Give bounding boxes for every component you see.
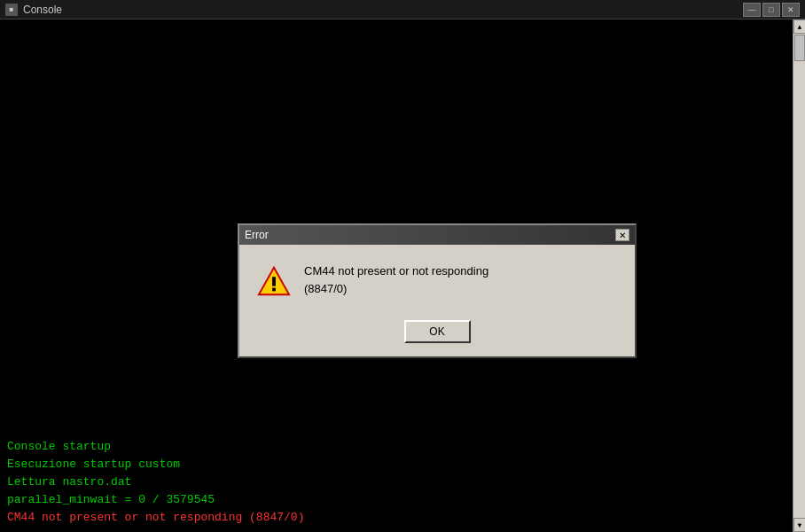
close-button[interactable]: ✕ — [782, 3, 800, 17]
dialog-message-line2: (8847/0) — [304, 282, 347, 295]
ok-button[interactable]: OK — [404, 320, 471, 343]
svg-rect-2 — [272, 288, 276, 292]
dialog-body: CM44 not present or not responding (8847… — [239, 245, 635, 356]
window-title: Console — [23, 4, 743, 16]
minimize-button[interactable]: — — [743, 3, 761, 17]
dialog-message: CM44 not present or not responding (8847… — [304, 262, 617, 297]
dialog-close-button[interactable]: ✕ — [615, 229, 629, 241]
dialog-title-bar: Error ✕ — [239, 225, 635, 245]
dialog-buttons: OK — [404, 320, 471, 343]
error-dialog: Error ✕ CM44 not presen — [238, 223, 637, 358]
maximize-button[interactable]: □ — [762, 3, 780, 17]
window-icon: ■ — [5, 4, 18, 16]
svg-rect-1 — [272, 277, 276, 286]
warning-icon — [257, 264, 291, 298]
modal-overlay: Error ✕ CM44 not presen — [0, 20, 805, 532]
dialog-message-line1: CM44 not present or not responding — [304, 264, 488, 278]
console-area: ▲ ▼ Console startup Esecuzione startup c… — [0, 20, 805, 532]
dialog-title: Error — [245, 229, 269, 241]
window-icon-glyph: ■ — [10, 5, 14, 13]
window-title-bar: ■ Console — □ ✕ — [0, 0, 805, 20]
dialog-content: CM44 not present or not responding (8847… — [257, 262, 617, 298]
window-control-buttons: — □ ✕ — [743, 3, 800, 17]
